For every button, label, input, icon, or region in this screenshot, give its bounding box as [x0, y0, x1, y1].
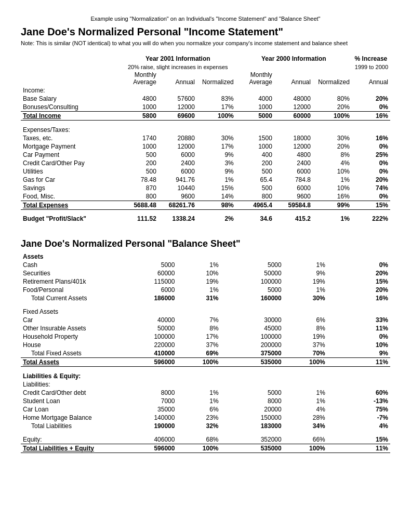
pct: 20%	[352, 95, 390, 103]
expense-row-utilities: Utilities 500 6000 9% 500 6000 10% 0%	[21, 167, 390, 176]
income-note: Note: This is similar (NOT identical) to…	[21, 40, 390, 46]
total-income-row: Total Income 5800 69600 100% 5000 60000 …	[21, 112, 390, 121]
n01: 83%	[197, 95, 236, 103]
balance-row-food-personal: Food/Personal 6000 1% 5000 1% 20%	[21, 286, 390, 294]
col-annual-2000: Annual	[274, 71, 313, 86]
spacer4	[21, 367, 390, 372]
m00: 4000	[236, 95, 274, 103]
label: Bonuses/Consulting	[21, 103, 120, 112]
col-annual-pct: Annual	[352, 71, 390, 86]
expense-row-car-payment: Car Payment 500 6000 9% 400 4800 8% 25%	[21, 151, 390, 159]
balance-row-student-loan: Student Loan 7000 1% 8000 1% -13%	[21, 397, 390, 405]
expense-row-mortgage: Mortgage Payment 1000 12000 17% 1000 120…	[21, 142, 390, 151]
income-table: Year 2001 Information Year 2000 Informat…	[21, 55, 390, 223]
total-fixed-assets-row: Total Fixed Assets 410000 69% 375000 70%…	[21, 349, 390, 358]
year2001-sub: 20% raise, slight increases in expenses	[120, 63, 236, 71]
balance-row-household: Household Property 100000 17% 100000 19%…	[21, 332, 390, 341]
balance-row-credit-card-debt: Credit Card/Other debt 8000 1% 5000 1% 6…	[21, 389, 390, 397]
m01: 4800	[120, 95, 158, 103]
assets-header: Assets	[21, 252, 390, 261]
year2001-header: Year 2001 Information	[120, 55, 236, 63]
col-normalized-2000: Normalized	[313, 71, 352, 86]
col-monthly-avg-2000: MonthlyAverage	[236, 71, 274, 86]
expense-row-savings: Savings 870 10440 15% 500 6000 10% 74%	[21, 184, 390, 192]
balance-row-securities: Securities 60000 10% 50000 9% 20%	[21, 269, 390, 277]
n00: 80%	[313, 95, 352, 103]
pct-increase-header: % Increase	[352, 55, 390, 63]
year2000-header: Year 2000 Information	[236, 55, 352, 63]
top-note: Example using "Normalization" on an Indi…	[21, 16, 390, 22]
balance-row-car-loan: Car Loan 35000 6% 20000 4% 75%	[21, 405, 390, 414]
a01: 57600	[158, 95, 197, 103]
balance-row-car: Car 40000 7% 30000 6% 33%	[21, 316, 390, 324]
balance-row-retirement: Retirement Plans/401k 115000 19% 100000 …	[21, 277, 390, 286]
total-assets-row: Total Assets 596000 100% 535000 100% 11%	[21, 358, 390, 367]
income-row-base-salary: Base Salary 4800 57600 83% 4000 48000 80…	[21, 95, 390, 103]
expense-row-gas: Gas for Car 78.48 941.76 1% 65.4 784.8 1…	[21, 176, 390, 184]
budget-row: Budget "Profit/Slack" 111.52 1338.24 2% …	[21, 215, 390, 223]
total-income-label: Total Income	[21, 112, 120, 121]
income-category-header: Income:	[21, 86, 390, 95]
total-expenses-row: Total Expenses 5688.48 68261.76 98% 4965…	[21, 201, 390, 209]
spacer3	[21, 302, 390, 308]
income-title: Jane Doe's Normalized Personal "Income S…	[21, 26, 390, 38]
expense-row-food: Food, Misc. 800 9600 14% 800 9600 16% 0%	[21, 192, 390, 201]
balance-row-cash: Cash 5000 1% 5000 1% 0%	[21, 261, 390, 269]
col-normalized-2001: Normalized	[197, 71, 236, 86]
liabilities-sub-header: Liabilities:	[21, 380, 390, 389]
expenses-category-header: Expenses/Taxes:	[21, 126, 390, 134]
fixed-assets-header: Fixed Assets	[21, 308, 390, 316]
balance-table: Assets Cash 5000 1% 5000 1% 0% Securitie…	[21, 252, 390, 453]
balance-row-home-mortgage: Home Mortgage Balance 140000 23% 150000 …	[21, 414, 390, 422]
pct-increase-sub: 1999 to 2000	[352, 63, 390, 71]
balance-row-house: House 220000 37% 200000 37% 10%	[21, 341, 390, 349]
a00: 48000	[274, 95, 313, 103]
income-row-bonuses: Bonuses/Consulting 1000 12000 17% 1000 1…	[21, 103, 390, 112]
expense-row-credit-card: Credit Card/Other Pay 200 2400 3% 200 24…	[21, 159, 390, 167]
label: Base Salary	[21, 95, 120, 103]
balance-row-other-insurable: Other Insurable Assets 50000 8% 45000 8%…	[21, 324, 390, 332]
balance-title: Jane Doe's Normalized Personal "Balance …	[21, 238, 390, 249]
equity-row: Equity: 406000 68% 352000 66% 15%	[21, 435, 390, 444]
col-annual-2001: Annual	[158, 71, 197, 86]
total-liabilities-row: Total Liabilities 190000 32% 183000 34% …	[21, 422, 390, 430]
spacer2	[21, 209, 390, 215]
spacer5	[21, 430, 390, 435]
liabilities-equity-header: Liabilities & Equity:	[21, 372, 390, 380]
total-current-assets-row: Total Current Assets 186000 31% 160000 3…	[21, 294, 390, 302]
spacer	[21, 121, 390, 126]
col-monthly-avg-2001: MonthlyAverage	[120, 71, 158, 86]
total-liabilities-equity-row: Total Liabilities + Equity 596000 100% 5…	[21, 444, 390, 453]
expense-row-taxes: Taxes, etc. 1740 20880 30% 1500 18000 30…	[21, 134, 390, 142]
